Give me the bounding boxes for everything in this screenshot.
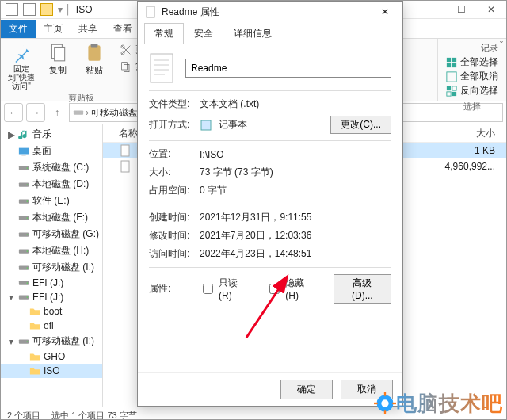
nav-item[interactable]: ▶音乐 xyxy=(1,126,102,143)
svg-rect-16 xyxy=(447,91,451,95)
pin-button[interactable]: 固定到"快速访问" xyxy=(7,42,36,90)
tab-security[interactable]: 安全 xyxy=(184,23,223,44)
readonly-checkbox[interactable]: 只读(R) xyxy=(200,277,247,301)
nav-item[interactable]: 本地磁盘 (D:) xyxy=(1,176,102,193)
select-invert-icon xyxy=(446,86,457,97)
file-icon xyxy=(149,52,174,84)
svg-rect-7 xyxy=(124,64,129,71)
advanced-button[interactable]: 高级(D)... xyxy=(334,274,391,304)
quick-access-toolbar: ▾ │ ISO xyxy=(1,3,97,16)
paste-button[interactable]: 粘贴 xyxy=(80,42,109,90)
document-icon xyxy=(144,6,157,18)
nav-item[interactable]: ISO xyxy=(1,364,102,378)
copy-button[interactable]: 复制 xyxy=(44,42,72,90)
svg-rect-42 xyxy=(147,6,154,17)
svg-rect-54 xyxy=(374,403,378,404)
watermark: 电脑技术吧 xyxy=(374,390,503,418)
drive-icon xyxy=(18,212,29,223)
text-file-icon xyxy=(119,144,132,157)
status-count: 2 个项目 xyxy=(7,410,40,421)
tab-share[interactable]: 共享 xyxy=(71,20,105,38)
tab-file[interactable]: 文件 xyxy=(1,20,36,38)
maximize-button[interactable]: ☐ xyxy=(446,1,476,18)
forward-button[interactable]: → xyxy=(26,103,45,122)
value-location: I:\ISO xyxy=(200,149,391,160)
svg-point-35 xyxy=(27,282,29,284)
nav-item[interactable]: 可移动磁盘 (I:) xyxy=(1,259,102,276)
select-all-button[interactable]: 全部选择 xyxy=(446,55,498,69)
folder-icon xyxy=(29,306,40,317)
nav-item[interactable]: 系统磁盘 (C:) xyxy=(1,159,102,176)
label-modified: 修改时间: xyxy=(149,229,200,242)
drive-icon xyxy=(18,162,29,174)
svg-point-21 xyxy=(27,167,29,169)
qat-btn[interactable] xyxy=(6,3,18,16)
nav-item[interactable]: efi xyxy=(1,319,102,333)
svg-rect-40 xyxy=(121,145,129,156)
group-select-label: 选择 xyxy=(446,101,498,113)
change-button[interactable]: 更改(C)... xyxy=(330,116,391,134)
minimize-button[interactable]: — xyxy=(416,1,446,18)
up-button[interactable]: ↑ xyxy=(48,104,66,121)
label-size: 大小: xyxy=(149,166,200,179)
drive-icon xyxy=(18,262,29,273)
text-file-icon xyxy=(119,160,132,173)
tab-details[interactable]: 详细信息 xyxy=(223,23,282,44)
tab-view[interactable]: 查看 xyxy=(105,20,140,38)
svg-rect-17 xyxy=(74,110,83,114)
ok-button[interactable]: 确定 xyxy=(280,380,333,399)
value-size: 73 字节 (73 字节) xyxy=(200,166,391,179)
hidden-checkbox[interactable]: 隐藏(H) xyxy=(266,277,314,301)
select-none-icon xyxy=(446,71,457,82)
col-size[interactable]: 大小 xyxy=(424,127,506,140)
nav-item[interactable]: ▾EFI (J:) xyxy=(1,290,102,304)
nav-item[interactable]: GHO xyxy=(1,349,102,364)
nav-item[interactable]: 本地磁盘 (F:) xyxy=(1,209,102,226)
nav-item[interactable]: EFI (J:) xyxy=(1,276,102,290)
nav-item[interactable]: 软件 (E:) xyxy=(1,193,102,209)
select-none-button[interactable]: 全部取消 xyxy=(446,70,498,83)
folder-icon xyxy=(29,351,40,362)
svg-rect-3 xyxy=(91,44,98,47)
svg-point-25 xyxy=(27,200,29,202)
tab-home[interactable]: 主页 xyxy=(36,20,71,38)
drive-icon xyxy=(18,277,29,288)
dialog-title: Readme 属性 xyxy=(162,6,219,19)
drive-icon xyxy=(18,179,29,190)
svg-point-31 xyxy=(27,250,29,252)
pin-icon xyxy=(11,42,32,63)
value-ondisk: 0 字节 xyxy=(200,184,391,197)
nav-item[interactable]: ▾可移动磁盘 (I:) xyxy=(1,333,102,349)
nav-item[interactable]: 桌面 xyxy=(1,143,102,159)
nav-item[interactable]: boot xyxy=(1,304,102,319)
svg-point-51 xyxy=(381,399,388,407)
dialog-titlebar[interactable]: Readme 属性 ✕ xyxy=(138,2,402,22)
dialog-close-button[interactable]: ✕ xyxy=(374,6,396,17)
select-invert-button[interactable]: 反向选择 xyxy=(446,84,498,97)
nav-tree[interactable]: ▶音乐桌面系统磁盘 (C:)本地磁盘 (D:)软件 (E:)本地磁盘 (F:)可… xyxy=(1,124,103,407)
value-openwith: 记事本 xyxy=(219,118,247,132)
svg-rect-2 xyxy=(88,45,100,61)
status-selected: 选中 1 个项目 73 字节 xyxy=(51,410,137,421)
svg-rect-14 xyxy=(452,91,456,95)
qat-btn[interactable] xyxy=(23,3,36,16)
svg-point-27 xyxy=(27,217,29,219)
paste-icon xyxy=(84,42,105,63)
select-all-icon xyxy=(446,57,457,68)
filename-input[interactable] xyxy=(185,59,391,78)
nav-item[interactable]: 可移动磁盘 (G:) xyxy=(1,226,102,242)
svg-point-29 xyxy=(27,234,29,235)
ribbon-collapse-icon[interactable]: ˇ xyxy=(500,40,503,52)
nav-item[interactable]: 本地磁盘 (H:) xyxy=(1,242,102,259)
close-button[interactable]: ✕ xyxy=(476,1,506,18)
label-type: 文件类型: xyxy=(149,97,200,111)
svg-rect-19 xyxy=(21,155,25,155)
label-location: 位置: xyxy=(149,147,200,161)
back-button[interactable]: ← xyxy=(4,103,23,122)
tab-general[interactable]: 常规 xyxy=(144,23,184,44)
breadcrumb-segment[interactable]: 可移动磁盘 xyxy=(90,106,138,120)
drive-icon xyxy=(18,292,29,303)
label-accessed: 访问时间: xyxy=(149,247,200,261)
desktop-icon xyxy=(18,146,29,157)
value-created: 2021年12月31日，9:11:55 xyxy=(200,211,391,224)
